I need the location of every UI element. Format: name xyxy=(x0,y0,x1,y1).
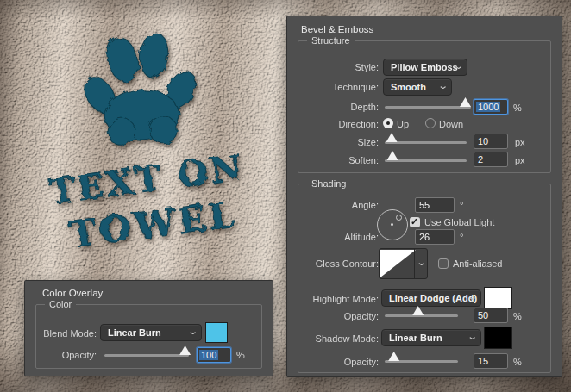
size-slider[interactable] xyxy=(385,141,467,144)
contour-thumbnail-icon xyxy=(380,250,416,277)
style-dropdown[interactable]: Pillow Emboss ⌄ xyxy=(383,59,467,76)
highlight-opacity-slider[interactable] xyxy=(385,314,458,317)
shadow-mode-dropdown[interactable]: Linear Burn ⌄ xyxy=(381,329,481,346)
chevron-down-icon: ⌄ xyxy=(187,326,198,337)
highlight-mode-value: Linear Dodge (Add) xyxy=(389,293,477,303)
soften-input[interactable]: 2 xyxy=(474,152,508,167)
altitude-label: Altitude: xyxy=(294,232,379,242)
size-value: 10 xyxy=(478,136,488,146)
use-global-light-label[interactable]: Use Global Light xyxy=(424,217,494,227)
color-overlay-panel: Color Overlay Color Blend Mode: Linear B… xyxy=(24,280,273,376)
shading-legend: Shading xyxy=(307,178,350,189)
technique-dropdown[interactable]: Smooth ⌄ xyxy=(383,78,452,96)
shadow-color-swatch[interactable] xyxy=(484,327,512,349)
style-label: Style: xyxy=(294,62,379,72)
highlight-mode-label: Highlight Mode: xyxy=(294,294,379,304)
bevel-emboss-title: Bevel & Emboss xyxy=(301,24,373,34)
style-value: Pillow Emboss xyxy=(391,62,458,72)
highlight-opacity-label: Opacity: xyxy=(294,311,379,321)
overlay-opacity-unit: % xyxy=(236,350,245,360)
angle-unit: ° xyxy=(460,200,463,210)
depth-input[interactable]: 1000 xyxy=(474,99,508,115)
direction-up-radio[interactable] xyxy=(383,118,393,128)
overlay-opacity-value: 100 xyxy=(199,350,218,360)
shadow-opacity-label: Opacity: xyxy=(294,357,379,367)
soften-label: Soften: xyxy=(294,155,379,165)
shadow-opacity-input[interactable]: 15 xyxy=(474,353,508,369)
soften-slider[interactable] xyxy=(385,159,467,162)
direction-label: Direction: xyxy=(294,119,379,129)
shadow-mode-value: Linear Burn xyxy=(389,333,442,343)
angle-label: Angle: xyxy=(294,200,379,210)
overlay-opacity-slider[interactable] xyxy=(104,354,189,357)
overlay-opacity-label: Opacity: xyxy=(32,350,97,360)
highlight-mode-dropdown[interactable]: Linear Dodge (Add) ⌄ xyxy=(381,289,481,307)
overlay-color-swatch[interactable] xyxy=(205,322,228,343)
size-label: Size: xyxy=(294,137,379,147)
chevron-down-icon[interactable]: ⌄ xyxy=(416,257,427,268)
structure-legend: Structure xyxy=(307,35,355,46)
soften-unit: px xyxy=(515,155,525,165)
depth-unit: % xyxy=(513,103,522,113)
chevron-down-icon: ⌄ xyxy=(467,331,478,342)
gloss-contour-picker[interactable]: ⌄ xyxy=(379,248,428,279)
highlight-opacity-input[interactable]: 50 xyxy=(474,308,508,323)
anti-aliased-label[interactable]: Anti-aliased xyxy=(453,258,502,269)
chevron-down-icon: ⌄ xyxy=(467,291,478,302)
depth-slider[interactable] xyxy=(385,106,471,109)
shadow-mode-label: Shadow Mode: xyxy=(294,333,379,344)
technique-value: Smooth xyxy=(391,82,426,92)
direction-down-radio[interactable] xyxy=(425,118,436,128)
use-global-light-checkbox[interactable] xyxy=(410,217,420,227)
angle-input[interactable]: 55 xyxy=(415,197,455,213)
color-overlay-title: Color Overlay xyxy=(42,288,103,298)
highlight-opacity-unit: % xyxy=(513,311,522,321)
overlay-opacity-input[interactable]: 100 xyxy=(197,347,231,363)
direction-down-label[interactable]: Down xyxy=(439,119,463,129)
depth-label: Depth: xyxy=(294,102,379,112)
blend-mode-value: Linear Burn xyxy=(108,327,161,338)
angle-value: 55 xyxy=(419,200,430,210)
shadow-opacity-unit: % xyxy=(513,357,522,367)
chevron-down-icon: ⌄ xyxy=(437,80,449,91)
shadow-opacity-value: 15 xyxy=(478,356,488,366)
depth-value: 1000 xyxy=(476,102,500,112)
soften-value: 2 xyxy=(478,154,483,165)
contour-divider xyxy=(414,249,415,278)
bevel-emboss-panel: Bevel & Emboss Structure Style: Pillow E… xyxy=(286,16,562,377)
chevron-down-icon: ⌄ xyxy=(453,60,464,72)
color-legend: Color xyxy=(45,299,76,309)
angle-dial-marker xyxy=(396,215,402,221)
angle-dial[interactable] xyxy=(377,209,408,240)
shadow-opacity-slider[interactable] xyxy=(385,360,458,363)
size-input[interactable]: 10 xyxy=(474,134,508,149)
technique-label: Technique: xyxy=(294,82,379,92)
altitude-value: 26 xyxy=(419,232,430,242)
highlight-color-swatch[interactable] xyxy=(484,287,512,309)
blend-mode-label: Blend Mode: xyxy=(32,328,97,339)
direction-up-label[interactable]: Up xyxy=(397,119,409,129)
anti-aliased-checkbox[interactable] xyxy=(438,258,449,269)
highlight-opacity-value: 50 xyxy=(478,310,488,320)
blend-mode-dropdown[interactable]: Linear Burn ⌄ xyxy=(100,324,202,341)
gloss-contour-label: Gloss Contour: xyxy=(294,258,379,269)
angle-dial-center xyxy=(391,223,393,226)
altitude-unit: ° xyxy=(460,232,463,242)
altitude-input[interactable]: 26 xyxy=(415,229,455,245)
size-unit: px xyxy=(515,137,525,147)
